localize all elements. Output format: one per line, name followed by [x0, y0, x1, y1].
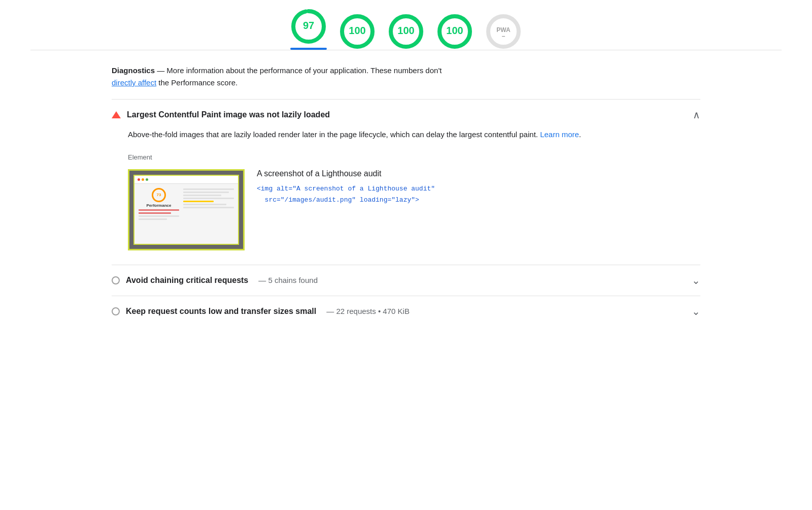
audit-critical-subtitle: — 5 chains found: [258, 276, 318, 284]
audit-lcp-body: Above-the-fold images that are lazily lo…: [112, 120, 700, 254]
audit-critical-header-left: Avoid chaining critical requests — 5 cha…: [112, 276, 318, 285]
directly-affect-link[interactable]: directly affect: [112, 78, 156, 87]
audit-lcp-description: Above-the-fold images that are lazily lo…: [128, 128, 700, 141]
audit-lcp-title: Largest Contentful Paint image was not l…: [127, 110, 330, 119]
svg-text:100: 100: [349, 25, 365, 36]
diagnostics-header: Diagnostics — More information about the…: [112, 50, 700, 99]
audit-requests-title: Keep request counts low and transfer siz…: [126, 307, 316, 316]
main-content: Diagnostics — More information about the…: [81, 50, 731, 327]
audit-lcp-header-left: Largest Contentful Paint image was not l…: [112, 110, 330, 119]
audit-lcp-header[interactable]: Largest Contentful Paint image was not l…: [112, 110, 700, 120]
score-best-practices[interactable]: 100: [388, 13, 424, 50]
svg-text:97: 97: [303, 20, 314, 31]
element-row: 73 Performance: [128, 169, 700, 250]
svg-text:100: 100: [446, 25, 463, 36]
element-code: <img alt="A screenshot of a Lighthouse a…: [257, 183, 700, 206]
element-thumbnail: 73 Performance: [128, 169, 245, 250]
score-pwa[interactable]: PWA –: [485, 13, 522, 50]
info-circle-icon-2: [112, 307, 120, 315]
diagnostics-suffix: the Performance score.: [156, 78, 238, 87]
chevron-down-icon-2[interactable]: ⌄: [692, 306, 700, 316]
score-bar: 97 100 100 100 PWA –: [0, 0, 812, 50]
warning-triangle-icon: [112, 111, 121, 118]
svg-text:100: 100: [397, 25, 414, 36]
info-circle-icon: [112, 276, 120, 284]
audit-request-counts: Keep request counts low and transfer siz…: [112, 296, 700, 327]
audit-critical-title: Avoid chaining critical requests: [126, 276, 248, 285]
element-label: Element: [128, 153, 700, 161]
audit-lcp-lazy-loaded: Largest Contentful Paint image was not l…: [112, 99, 700, 265]
audit-critical-header[interactable]: Avoid chaining critical requests — 5 cha…: [112, 275, 700, 285]
chevron-up-icon[interactable]: ∧: [693, 110, 700, 120]
active-underline: [290, 48, 327, 50]
element-info: A screenshot of a Lighthouse audit <img …: [257, 169, 700, 206]
svg-text:–: –: [502, 33, 505, 40]
audit-critical-requests: Avoid chaining critical requests — 5 cha…: [112, 265, 700, 296]
diagnostics-label: Diagnostics: [112, 66, 155, 75]
score-performance[interactable]: 97: [290, 8, 327, 50]
learn-more-link[interactable]: Learn more: [540, 130, 579, 139]
score-accessibility[interactable]: 100: [339, 13, 376, 50]
diagnostics-description: — More information about the performance…: [155, 66, 442, 75]
audit-requests-subtitle: — 22 requests • 470 KiB: [326, 307, 410, 315]
audit-requests-header-left: Keep request counts low and transfer siz…: [112, 307, 410, 316]
element-alt-text: A screenshot of a Lighthouse audit: [257, 169, 700, 178]
audit-requests-header[interactable]: Keep request counts low and transfer siz…: [112, 306, 700, 316]
score-seo[interactable]: 100: [436, 13, 473, 50]
chevron-down-icon-1[interactable]: ⌄: [692, 275, 700, 285]
